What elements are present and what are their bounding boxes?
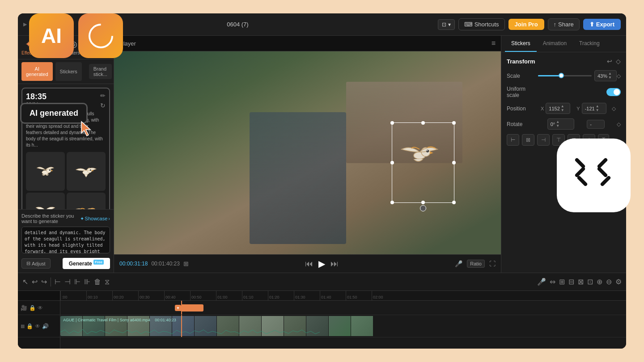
share-button[interactable]: ↑ Share bbox=[548, 18, 580, 30]
rotate-value[interactable]: 0° ▲ ▼ bbox=[547, 118, 574, 130]
scale-slider-track[interactable] bbox=[538, 75, 592, 76]
skip-back-icon[interactable]: ⏮ bbox=[305, 259, 313, 269]
free-badge: Free bbox=[93, 260, 104, 265]
crop-tool[interactable]: ⊩ bbox=[74, 278, 80, 286]
track-scroll-area[interactable]: :00 00:10 00:20 00:30 00:40 00:50 01:00 … bbox=[60, 291, 626, 349]
tab-animation[interactable]: Animation bbox=[537, 36, 573, 52]
export-button[interactable]: ⬆ Export bbox=[583, 19, 621, 30]
trim-tool[interactable]: ⊣ bbox=[64, 278, 71, 286]
orange-clip-container[interactable]: ▼ bbox=[175, 304, 203, 311]
sticker-cell-1[interactable] bbox=[26, 152, 65, 191]
scale-slider-thumb[interactable] bbox=[559, 73, 564, 78]
rotate-down-btn[interactable]: ▼ bbox=[556, 124, 559, 128]
refresh-icon-banner[interactable]: ↻ bbox=[100, 102, 106, 109]
track-lock-icon[interactable]: 🔒 bbox=[29, 305, 36, 311]
skip-forward-icon[interactable]: ⏭ bbox=[330, 259, 339, 269]
x-up-btn[interactable]: ▲ bbox=[561, 105, 564, 108]
fullscreen-icon[interactable]: ⛶ bbox=[489, 260, 496, 267]
add-tool[interactable]: ⊕ bbox=[597, 278, 602, 286]
track2-eye-icon[interactable]: 👁 bbox=[35, 323, 40, 329]
monitor-tool[interactable]: ⊡ bbox=[587, 278, 593, 286]
scale-slider-fill bbox=[538, 75, 561, 76]
position-keyframe-icon[interactable]: ◇ bbox=[612, 105, 616, 112]
tab-ai-generated[interactable]: AI generated bbox=[21, 62, 53, 81]
timeline-ruler: :00 00:10 00:20 00:30 00:40 00:50 01:00 … bbox=[60, 291, 626, 301]
main-video-clip[interactable]: AGUE | Cinematic Travel Film | Sony a640… bbox=[60, 316, 626, 336]
ratio-button[interactable]: Ratio bbox=[467, 260, 485, 268]
tab-stickers[interactable]: Stickers bbox=[55, 62, 82, 81]
redo-tool[interactable]: ↪ bbox=[41, 278, 47, 286]
audio-icon[interactable]: 🎤 bbox=[455, 260, 462, 267]
generate-button[interactable]: Generate Free bbox=[63, 258, 110, 269]
orange-marker-head: ▼ bbox=[175, 305, 181, 311]
mic-tool[interactable]: 🎤 bbox=[537, 278, 546, 286]
sticker-cell-3[interactable] bbox=[26, 193, 65, 209]
minus-tool[interactable]: ⊖ bbox=[606, 278, 612, 286]
ruler-mark-30: 00:30 bbox=[138, 291, 164, 300]
position-y-value[interactable]: -121 ▲ ▼ bbox=[582, 103, 606, 114]
rotate-stepper: ▲ ▼ bbox=[556, 120, 559, 128]
edit-icon[interactable]: ✏ bbox=[100, 92, 106, 99]
track-filename: AGUE | Cinematic Travel Film | Sony a640… bbox=[63, 318, 176, 322]
diamond-reset-icon[interactable]: ◇ bbox=[616, 58, 621, 65]
ai-prompt-textarea[interactable]: detailed and dynamic. The body of the se… bbox=[21, 227, 110, 253]
showcase-button[interactable]: ✦ Showcase › bbox=[80, 216, 110, 222]
track2-lock-icon[interactable]: 🔒 bbox=[26, 323, 33, 329]
scale-up-btn[interactable]: ▲ bbox=[608, 72, 612, 76]
join-pro-button[interactable]: Join Pro bbox=[508, 19, 544, 30]
track2-audio-icon[interactable]: 🔊 bbox=[42, 323, 49, 329]
undo-icon[interactable]: ↩ bbox=[607, 58, 612, 65]
app-icon-circle bbox=[78, 13, 123, 58]
rotate-dash-value[interactable]: - bbox=[587, 120, 605, 129]
shortcuts-button[interactable]: ⌨ Shortcuts bbox=[458, 18, 505, 30]
position-y-field: Y -121 ▲ ▼ bbox=[576, 103, 606, 114]
ruler-mark-140: 01:40 bbox=[320, 291, 346, 300]
split-v-tool[interactable]: ⊟ bbox=[568, 278, 574, 286]
svg-rect-24 bbox=[600, 175, 611, 186]
scale-label: Scale bbox=[507, 73, 538, 79]
tab-stickers-right[interactable]: Stickers bbox=[505, 36, 537, 52]
y-down-btn[interactable]: ▼ bbox=[596, 109, 599, 112]
link-tool[interactable]: ⇔ bbox=[550, 278, 555, 286]
layout-button[interactable]: ⊡ ▾ bbox=[438, 19, 454, 30]
scale-keyframe-icon[interactable]: ◇ bbox=[617, 73, 621, 79]
video-sticker-overlay[interactable] bbox=[398, 135, 443, 171]
align-left-btn[interactable]: ⊢ bbox=[507, 134, 519, 146]
uniform-scale-toggle[interactable] bbox=[606, 88, 621, 96]
timer-tool[interactable]: ⧖ bbox=[105, 278, 110, 286]
undo-tool[interactable]: ↩ bbox=[32, 278, 38, 286]
tab-brand-stickers[interactable]: Brand stick... bbox=[89, 64, 112, 79]
app-container: ▶ ⏺ ≡ 0604 (7) ⊡ ▾ ⌨ Shortcuts Join Pro … bbox=[18, 13, 626, 349]
scale-down-btn[interactable]: ▼ bbox=[608, 76, 612, 80]
x-down-btn[interactable]: ▼ bbox=[561, 109, 564, 112]
track1-controls: 🎥 🔒 👁 bbox=[18, 301, 60, 315]
scale-row: Scale 43% ▲ ▼ bbox=[507, 70, 621, 81]
tab-tracking[interactable]: Tracking bbox=[573, 36, 606, 52]
track-eye-icon[interactable]: 👁 bbox=[38, 305, 43, 311]
rotate-up-btn[interactable]: ▲ bbox=[556, 120, 559, 124]
delete-tool[interactable]: 🗑 bbox=[94, 278, 101, 286]
svg-rect-18 bbox=[574, 158, 585, 169]
player-menu-icon[interactable]: ≡ bbox=[491, 39, 496, 47]
adjust-button[interactable]: ⊟ Adjust bbox=[21, 258, 51, 269]
track-duration: 00:01:40:23 bbox=[155, 318, 176, 322]
ruler-mark-130: 01:30 bbox=[294, 291, 320, 300]
grid-icon[interactable]: ⊞ bbox=[183, 260, 189, 267]
settings-timeline-tool[interactable]: ⚙ bbox=[615, 278, 622, 286]
cursor-tool[interactable]: ↖ bbox=[22, 278, 28, 286]
connect-tool[interactable]: ⊠ bbox=[578, 278, 584, 286]
position-x-value[interactable]: 1152 ▲ ▼ bbox=[546, 103, 570, 114]
playhead[interactable] bbox=[181, 301, 182, 315]
split-tool[interactable]: ⊢ bbox=[55, 278, 61, 286]
align-center-h-btn[interactable]: ⊠ bbox=[522, 134, 534, 146]
sticker-cell-4[interactable] bbox=[67, 193, 106, 209]
merge-tool[interactable]: ⊞ bbox=[559, 278, 565, 286]
track2-icon: ▦ bbox=[21, 324, 25, 328]
position-x-field: X 1152 ▲ ▼ bbox=[541, 103, 570, 114]
rotate-keyframe-icon[interactable]: ◇ bbox=[617, 121, 621, 127]
y-up-btn[interactable]: ▲ bbox=[596, 105, 599, 108]
sticker-cell-2[interactable] bbox=[67, 152, 106, 191]
align-right-btn[interactable]: ⊣ bbox=[537, 134, 550, 146]
freeze-tool[interactable]: ⊪ bbox=[84, 278, 90, 286]
play-button[interactable]: ▶ bbox=[318, 258, 325, 269]
